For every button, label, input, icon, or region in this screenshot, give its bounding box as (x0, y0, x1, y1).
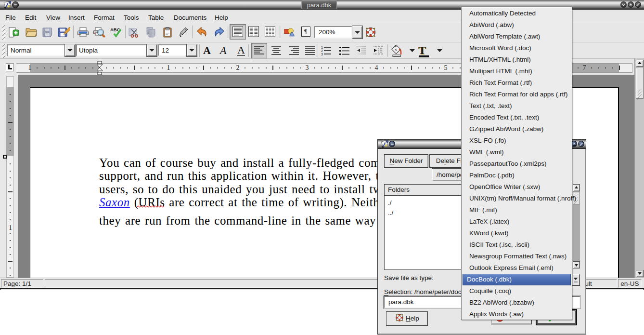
svg-text:1: 1 (321, 46, 323, 49)
svg-text:2: 2 (321, 49, 323, 53)
svg-text:3: 3 (321, 53, 323, 56)
